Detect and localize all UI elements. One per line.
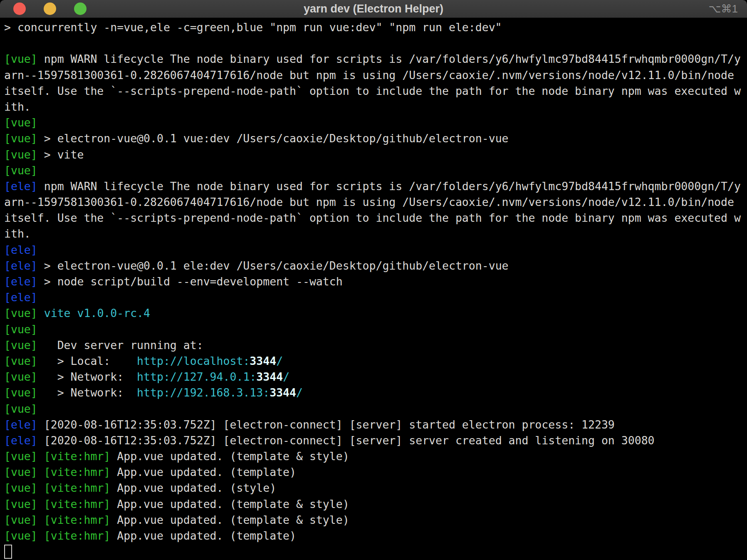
terminal-row: [vue]	[4, 115, 747, 131]
terminal-text-segment: [vite:hmr]	[44, 466, 111, 478]
terminal-text-segment	[37, 513, 44, 526]
terminal-row: [vue] > Local: http://localhost:3344/	[4, 353, 747, 369]
terminal-text-segment: [vue]	[4, 339, 37, 352]
terminal-text-segment: itself. Use the `--scripts-prepend-node-…	[4, 84, 741, 97]
terminal-text-segment: [vue]	[4, 466, 37, 478]
terminal-row: itself. Use the `--scripts-prepend-node-…	[4, 83, 747, 99]
terminal-row: [vue] [vite:hmr] App.vue updated. (templ…	[4, 496, 747, 512]
terminal-text-segment: [vue]	[4, 481, 37, 494]
terminal-row: [vue] > vite	[4, 147, 747, 163]
terminal-text-segment: [vue]	[4, 513, 37, 526]
terminal-text-segment	[37, 498, 44, 510]
terminal-text-segment: arn--1597581300361-0.2826067404717616/no…	[4, 69, 734, 82]
terminal-text-segment: [vue]	[4, 498, 37, 510]
terminal-text-segment: [vue]	[4, 354, 37, 367]
terminal-row: [ele] > electron-vue@0.0.1 ele:dev /User…	[4, 258, 747, 274]
terminal-output[interactable]: > concurrently -n=vue,ele -c=green,blue …	[0, 18, 747, 560]
terminal-text-segment: [2020-08-16T12:35:03.752Z] [electron-con…	[37, 434, 655, 447]
title-bar[interactable]: yarn dev (Electron Helper) ⌥⌘1	[0, 0, 747, 18]
terminal-row: [ele] npm WARN lifecycle The node binary…	[4, 178, 747, 194]
terminal-text-segment: [ele]	[4, 275, 37, 288]
terminal-text-segment: [vite:hmr]	[44, 529, 111, 542]
terminal-row: [ele] > node script/build --env=developm…	[4, 274, 747, 290]
close-button[interactable]	[13, 2, 26, 15]
terminal-row: arn--1597581300361-0.2826067404717616/no…	[4, 67, 747, 83]
terminal-text-segment: [vue]	[4, 307, 37, 320]
terminal-text-segment: > vite	[37, 148, 84, 161]
terminal-text-segment: [ele]	[4, 243, 37, 256]
terminal-text-segment: App.vue updated. (style)	[110, 481, 276, 494]
traffic-lights	[13, 0, 87, 17]
terminal-text-segment: [2020-08-16T12:35:03.752Z] [electron-con…	[37, 418, 615, 431]
terminal-row: [ele] [2020-08-16T12:35:03.752Z] [electr…	[4, 417, 747, 433]
window-shortcut-badge: ⌥⌘1	[709, 0, 738, 17]
terminal-row: itself. Use the `--scripts-prepend-node-…	[4, 210, 747, 226]
terminal-text-segment: [vite:hmr]	[44, 498, 111, 510]
terminal-row: ith.	[4, 99, 747, 115]
terminal-row: [vue] > electron-vue@0.0.1 vue:dev /User…	[4, 131, 747, 146]
terminal-text-segment: vite v1.0.0-rc.4	[44, 307, 150, 320]
terminal-text-segment	[37, 481, 44, 494]
terminal-cursor	[4, 545, 12, 559]
terminal-text-segment: > electron-vue@0.0.1 ele:dev /Users/caox…	[37, 259, 509, 272]
zoom-button[interactable]	[74, 2, 87, 15]
terminal-text-segment: [vue]	[4, 386, 37, 399]
terminal-text-segment: > Network:	[37, 386, 137, 399]
terminal-row	[4, 35, 747, 51]
terminal-text-segment	[37, 450, 44, 463]
terminal-row: [vue] [vite:hmr] App.vue updated. (templ…	[4, 448, 747, 464]
terminal-text-segment: [vue]	[4, 164, 37, 177]
terminal-row: [vue] [vite:hmr] App.vue updated. (templ…	[4, 528, 747, 544]
terminal-text-segment: /	[276, 354, 283, 367]
terminal-text-segment: App.vue updated. (template & style)	[110, 513, 349, 526]
terminal-text-segment: 3344	[250, 354, 276, 367]
terminal-text-segment: [vue]	[4, 148, 37, 161]
terminal-row: > concurrently -n=vue,ele -c=green,blue …	[4, 20, 747, 35]
terminal-text-segment: [vue]	[4, 529, 37, 542]
terminal-text-segment: [vue]	[4, 323, 37, 336]
terminal-row: [ele] [2020-08-16T12:35:03.752Z] [electr…	[4, 433, 747, 448]
terminal-text-segment: App.vue updated. (template)	[110, 529, 296, 542]
minimize-button[interactable]	[44, 2, 56, 15]
terminal-text-segment: > node script/build --env=development --…	[37, 275, 343, 288]
terminal-text-segment	[37, 307, 44, 320]
terminal-text-segment: Dev server running at:	[37, 339, 203, 352]
terminal-text-segment: [ele]	[4, 434, 37, 447]
terminal-row: [vue] [vite:hmr] App.vue updated. (templ…	[4, 512, 747, 528]
terminal-row: [ele]	[4, 242, 747, 258]
terminal-text-segment: [ele]	[4, 180, 37, 193]
terminal-text-segment: npm WARN lifecycle The node binary used …	[37, 52, 741, 65]
terminal-row: [vue] Dev server running at:	[4, 337, 747, 353]
terminal-text-segment: [vue]	[4, 132, 37, 145]
terminal-text-segment: 3344	[270, 386, 296, 399]
terminal-row: [vue] vite v1.0.0-rc.4	[4, 305, 747, 321]
terminal-text-segment	[37, 466, 44, 478]
terminal-text-segment: /	[296, 386, 303, 399]
terminal-row: [vue] > Network: http://127.94.0.1:3344/	[4, 369, 747, 385]
terminal-text-segment: [vue]	[4, 116, 37, 129]
terminal-text-segment: [vue]	[4, 370, 37, 383]
terminal-text-segment: [vite:hmr]	[44, 513, 111, 526]
terminal-row: [ele]	[4, 290, 747, 305]
terminal-row: ith.	[4, 226, 747, 242]
terminal-text-segment: http://localhost:	[137, 354, 250, 367]
terminal-text-segment: App.vue updated. (template & style)	[110, 450, 349, 463]
terminal-text-segment: ith.	[4, 227, 31, 240]
terminal-text-segment: http://127.94.0.1:	[137, 370, 256, 383]
terminal-row: [vue] [vite:hmr] App.vue updated. (templ…	[4, 464, 747, 480]
terminal-row: [vue]	[4, 322, 747, 337]
window-title: yarn dev (Electron Helper)	[0, 0, 747, 17]
terminal-row: [vue] npm WARN lifecycle The node binary…	[4, 51, 747, 67]
terminal-row	[4, 544, 747, 560]
terminal-text-segment: [vue]	[4, 52, 37, 65]
terminal-text-segment: App.vue updated. (template & style)	[110, 498, 349, 510]
terminal-text-segment: [vue]	[4, 450, 37, 463]
terminal-text-segment: [ele]	[4, 418, 37, 431]
terminal-window: yarn dev (Electron Helper) ⌥⌘1 > concurr…	[0, 0, 747, 560]
terminal-text-segment: > electron-vue@0.0.1 vue:dev /Users/caox…	[37, 132, 509, 145]
terminal-text-segment: [vite:hmr]	[44, 481, 111, 494]
terminal-text-segment: 3344	[256, 370, 283, 383]
terminal-text-segment: npm WARN lifecycle The node binary used …	[37, 180, 741, 193]
terminal-text-segment: arn--1597581300361-0.2826067404717616/no…	[4, 196, 734, 208]
terminal-text-segment: [ele]	[4, 259, 37, 272]
